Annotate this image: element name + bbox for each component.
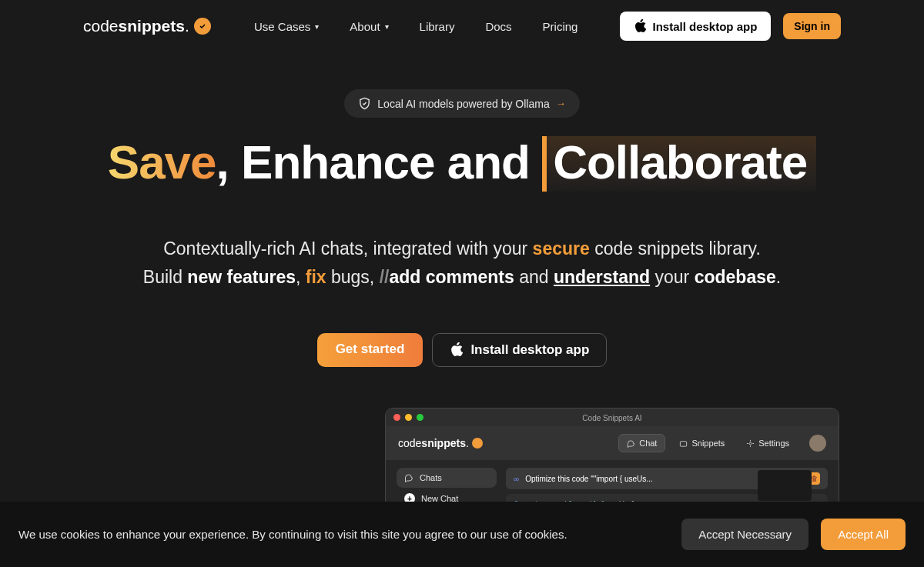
svg-point-1 — [749, 442, 752, 445]
apple-icon — [634, 19, 646, 33]
install-desktop-button-header[interactable]: Install desktop app — [620, 12, 771, 41]
tab-chat: Chat — [618, 434, 665, 452]
apple-icon — [450, 342, 463, 357]
cta-row: Get started Install desktop app — [0, 333, 924, 367]
hero-pill[interactable]: Local AI models powered by Ollama → — [344, 89, 579, 118]
window-title: Code Snippets AI — [386, 414, 839, 422]
get-started-button[interactable]: Get started — [317, 333, 424, 367]
chat-icon — [627, 439, 635, 448]
logo-text-bold: snippets — [119, 17, 185, 35]
hero-comma: , — [216, 135, 229, 188]
install-header-label: Install desktop app — [652, 20, 757, 33]
nav-library[interactable]: Library — [404, 14, 470, 39]
accept-necessary-button[interactable]: Accept Necessary — [681, 519, 808, 550]
logo-dot: . — [185, 17, 189, 35]
app-logo-badge-icon — [472, 438, 483, 449]
nav-use-cases-label: Use Cases — [254, 20, 310, 33]
hero-subtext: Contextually-rich AI chats, integrated w… — [0, 235, 924, 292]
cookie-buttons: Accept Necessary Accept All — [681, 519, 906, 550]
app-tabs: Chat Snippets Settings — [618, 434, 826, 452]
subtext-line2: Build new features, fix bugs, //add comm… — [0, 263, 924, 292]
main-nav: Use Cases ▾ About ▾ Library Docs Pricing… — [239, 12, 841, 41]
chat-icon — [404, 473, 413, 482]
site-logo[interactable]: codesnippets. — [83, 17, 211, 35]
chevron-down-icon: ▾ — [315, 22, 319, 31]
folder-icon — [679, 439, 688, 448]
nav-about-label: About — [350, 20, 380, 33]
hero-pill-text: Local AI models powered by Ollama — [377, 98, 549, 110]
hero-enhance-and: Enhance and — [229, 135, 542, 188]
hero-word-collaborate: Collaborate — [542, 136, 816, 192]
app-logo: codesnippets. — [398, 437, 483, 449]
install-desktop-button-hero[interactable]: Install desktop app — [432, 333, 607, 367]
logo-badge-icon — [194, 18, 211, 35]
shield-icon — [358, 97, 371, 110]
sign-in-button[interactable]: Sign in — [783, 13, 841, 39]
nav-about[interactable]: About ▾ — [334, 14, 403, 39]
code-minimap — [758, 470, 812, 501]
sidebar-item-chats: Chats — [397, 468, 497, 488]
get-started-label: Get started — [336, 342, 405, 356]
subtext-line1: Contextually-rich AI chats, integrated w… — [0, 235, 924, 263]
nav-pricing[interactable]: Pricing — [527, 14, 594, 39]
nav-use-cases[interactable]: Use Cases ▾ — [239, 14, 334, 39]
install-hero-label: Install desktop app — [470, 342, 589, 358]
app-topbar: codesnippets. Chat Snippets Settings — [386, 426, 839, 460]
gear-icon — [746, 439, 755, 448]
meta-icon: ∞ — [514, 475, 519, 483]
hero-heading: Save, Enhance and Collaborate — [0, 136, 924, 192]
chevron-down-icon: ▾ — [385, 22, 389, 31]
nav-docs[interactable]: Docs — [470, 14, 527, 39]
site-header: codesnippets. Use Cases ▾ About ▾ Librar… — [0, 0, 924, 52]
arrow-right-icon: → — [556, 98, 566, 109]
tab-snippets: Snippets — [671, 435, 732, 452]
prompt-text: Optimize this code ""import { useUs... — [525, 475, 653, 483]
sign-in-label: Sign in — [794, 20, 830, 32]
avatar — [809, 435, 826, 452]
cookie-banner: We use cookies to enhance your experienc… — [0, 502, 924, 567]
cookie-text: We use cookies to enhance your experienc… — [18, 528, 567, 541]
hero-word-save: Save — [108, 135, 216, 188]
accept-all-button[interactable]: Accept All — [821, 519, 906, 550]
tab-settings: Settings — [738, 435, 797, 452]
logo-text-light: code — [83, 17, 119, 35]
svg-rect-0 — [681, 441, 687, 445]
